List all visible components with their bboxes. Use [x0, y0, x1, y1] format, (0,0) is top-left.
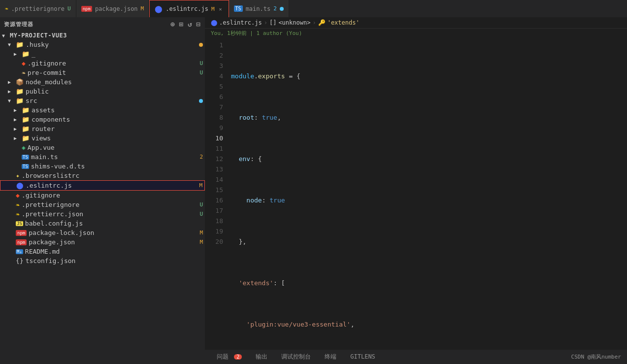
bottom-tabs: 问题 2 输出 调试控制台 终端 GITLENS CSDN @南风number — [205, 349, 627, 364]
sidebar-item-assets[interactable]: ▶ 📁 assets — [0, 105, 205, 115]
ts-icon-tab: TS — [234, 5, 243, 12]
ln3: 3 — [209, 61, 223, 71]
collapse-icon[interactable]: ⊟ — [197, 20, 201, 28]
gitignore2-label: .gitignore — [22, 192, 203, 199]
code-line-6: 'extends': [ — [231, 278, 623, 288]
sidebar-item-gitignore2[interactable]: ◆ .gitignore — [0, 191, 205, 200]
breadcrumb-file: .eslintrc.js — [219, 19, 262, 26]
code-line-5: }, — [231, 236, 623, 247]
husky-status — [199, 43, 203, 47]
packagejson-label: package.json — [29, 238, 198, 246]
underscore-folder-icon: 📁 — [22, 50, 30, 58]
sidebar-item-underscore[interactable]: ▶ 📁 _ — [0, 49, 205, 59]
debug-label: 调试控制台 — [281, 353, 311, 360]
babelconfig-icon: JS — [16, 221, 23, 226]
assets-chevron: ▶ — [14, 107, 20, 113]
eslintrc-label: .eslintrc.js — [26, 182, 197, 189]
project-name: MY-PROJECT-VUE3 — [10, 32, 67, 39]
project-root[interactable]: ▼ MY-PROJECT-VUE3 — [0, 31, 205, 40]
problems-label: 问题 — [217, 353, 229, 360]
sidebar-item-public[interactable]: ▶ 📁 public — [0, 87, 205, 96]
components-label: components — [32, 116, 203, 123]
sidebar-header: 资源管理器 ⊕ ⊞ ↺ ⊟ — [0, 17, 205, 31]
code-line-2: root: true, — [231, 112, 623, 123]
sidebar-item-eslintrc[interactable]: ⬤ .eslintrc.js M — [0, 180, 205, 191]
babelconfig-label: babel.config.js — [25, 220, 203, 227]
new-file-icon[interactable]: ⊕ — [170, 20, 175, 28]
ln2: 2 — [209, 50, 223, 61]
ln18: 18 — [209, 216, 223, 226]
nodemodules-chevron: ▶ — [8, 79, 14, 85]
tab-debug[interactable]: 调试控制台 — [275, 351, 317, 364]
ln16: 16 — [209, 195, 223, 205]
packagelock-status: M — [199, 230, 203, 236]
breadcrumb-sep1: › — [264, 19, 267, 26]
refresh-icon[interactable]: ↺ — [188, 20, 192, 28]
breadcrumb-key-icon: 🔑 — [318, 19, 326, 26]
tab-eslintrc[interactable]: ⬤ .eslintrc.js M ✕ — [149, 0, 229, 17]
sidebar-item-prettierrc[interactable]: ❧ .prettierrc.json U — [0, 209, 205, 219]
sidebar-item-browserslistrc[interactable]: ✦ .browserslistrc — [0, 171, 205, 180]
assets-label: assets — [32, 106, 203, 114]
breadcrumb-section1: <unknown> — [278, 19, 310, 26]
ln13: 13 — [209, 164, 223, 174]
sidebar-item-prettierignore[interactable]: ❧ .prettierignore U — [0, 200, 205, 209]
sidebar-item-readme[interactable]: M↓ README.md — [0, 247, 205, 256]
tab-prettierignore[interactable]: ❧ .prettierignore U — [0, 0, 76, 17]
maints-label: main.ts — [31, 153, 198, 161]
sidebar-item-nodemodules[interactable]: ▶ 📦 node_modules — [0, 77, 205, 87]
code-lines: module.exports = { root: true, env: { no… — [227, 40, 627, 347]
sidebar-item-packagejson[interactable]: npm package.json M — [0, 237, 205, 247]
sidebar-item-packagelock[interactable]: npm package-lock.json M — [0, 228, 205, 237]
tab-problems[interactable]: 问题 2 — [211, 351, 248, 364]
sidebar-item-appvue[interactable]: ◈ App.vue — [0, 143, 205, 152]
sidebar-item-gitignore1[interactable]: ◆ .gitignore U — [0, 59, 205, 68]
tab-packagejson-status: M — [141, 5, 144, 12]
tab-eslintrc-label: .eslintrc.js — [165, 5, 208, 12]
ln20: 20 — [209, 236, 223, 247]
sidebar-item-maints[interactable]: TS main.ts 2 — [0, 152, 205, 162]
tab-maints-status: 2 — [273, 5, 277, 12]
vue-icon: ◈ — [22, 144, 26, 151]
tab-maints[interactable]: TS main.ts 2 — [229, 0, 289, 17]
terminal-label: 终端 — [325, 353, 336, 360]
views-chevron: ▶ — [14, 135, 20, 141]
router-label: router — [32, 125, 203, 132]
prettierrc-icon: ❧ — [16, 210, 20, 218]
maints-status: 2 — [199, 154, 203, 160]
sidebar-item-babelconfig[interactable]: JS babel.config.js — [0, 219, 205, 228]
tab-eslintrc-close[interactable]: ✕ — [218, 6, 224, 12]
sidebar-item-husky[interactable]: ▼ 📁 .husky — [0, 40, 205, 49]
public-chevron: ▶ — [8, 89, 14, 94]
tab-maints-dot — [280, 7, 284, 11]
readme-icon: M↓ — [16, 249, 23, 254]
git-icon1: ◆ — [22, 60, 26, 67]
npm-icon: npm — [81, 6, 92, 12]
sidebar-item-precommit[interactable]: ❧ pre-commit U — [0, 68, 205, 77]
tab-terminal[interactable]: 终端 — [319, 351, 342, 364]
underscore-chevron: ▶ — [14, 51, 20, 57]
tab-eslintrc-status: M — [211, 6, 215, 12]
src-folder-icon: 📁 — [16, 97, 24, 104]
sidebar-item-router[interactable]: ▶ 📁 router — [0, 124, 205, 133]
prettierrc-label: .prettierrc.json — [22, 210, 198, 218]
components-folder-icon: 📁 — [22, 116, 30, 123]
tab-gitlens[interactable]: GITLENS — [344, 351, 381, 363]
code-editor[interactable]: 1 2 3 4 5 6 7 8 9 10 11 12 13 14 15 16 1… — [205, 38, 627, 349]
breadcrumb-brackets-icon: [] — [269, 19, 276, 26]
sidebar-item-tsconfig[interactable]: {} tsconfig.json — [0, 256, 205, 265]
new-folder-icon[interactable]: ⊞ — [179, 20, 184, 28]
tab-output[interactable]: 输出 — [250, 351, 273, 364]
sidebar-item-shimsvue[interactable]: TS shims-vue.d.ts — [0, 162, 205, 171]
tsconfig-icon: {} — [16, 257, 24, 265]
git-icon2: ◆ — [16, 192, 20, 199]
husky-chevron: ▼ — [8, 42, 14, 47]
sidebar-item-src[interactable]: ▼ 📁 src — [0, 96, 205, 105]
breadcrumb-sep2: › — [312, 19, 316, 26]
sidebar-item-views[interactable]: ▶ 📁 views — [0, 133, 205, 143]
tab-bar: ❧ .prettierignore U npm package.json M ⬤… — [0, 0, 627, 17]
public-folder-icon: 📁 — [16, 88, 24, 95]
sidebar-item-components[interactable]: ▶ 📁 components — [0, 115, 205, 124]
tab-packagejson-label: package.json — [95, 5, 138, 12]
tab-packagejson[interactable]: npm package.json M — [76, 0, 150, 17]
